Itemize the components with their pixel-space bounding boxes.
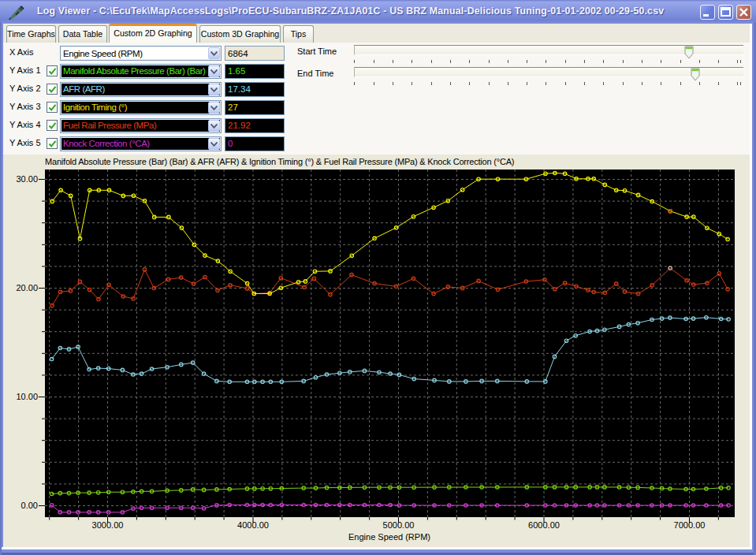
svg-text:0.00: 0.00 (21, 501, 38, 510)
svg-text:Manifold Absolute Pressure (Ba: Manifold Absolute Pressure (Bar) (Bar) &… (45, 157, 514, 166)
svg-text:Engine Speed (RPM): Engine Speed (RPM) (348, 532, 430, 542)
svg-text:30.00: 30.00 (16, 174, 38, 184)
svg-text:7000.00: 7000.00 (674, 520, 706, 530)
svg-text:4000.00: 4000.00 (237, 520, 269, 530)
svg-text:20.00: 20.00 (16, 283, 38, 292)
svg-text:5000.00: 5000.00 (383, 520, 415, 530)
svg-text:10.00: 10.00 (16, 392, 38, 401)
svg-text:3000.00: 3000.00 (92, 520, 124, 530)
svg-text:6000.00: 6000.00 (528, 520, 560, 530)
